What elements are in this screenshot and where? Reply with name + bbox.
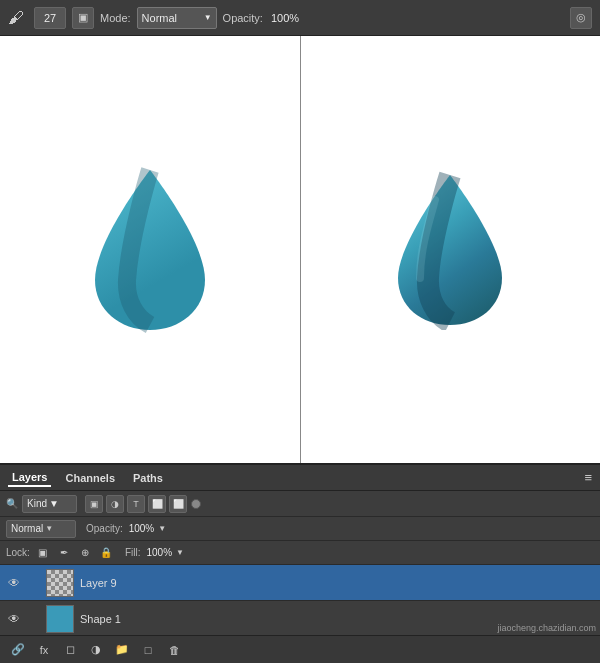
add-mask-button[interactable]: ◻ (60, 640, 80, 660)
brush-icon: 🖌 (8, 9, 24, 27)
shape1-thumbnail (46, 605, 74, 633)
filter-toggle-circle[interactable] (191, 499, 201, 509)
new-group-button[interactable]: 📁 (112, 640, 132, 660)
mode-dropdown-arrow: ▼ (204, 13, 212, 22)
lock-brush-button[interactable]: ✒ (55, 544, 73, 562)
tab-channels[interactable]: Channels (61, 470, 119, 486)
layer-effects-button[interactable]: fx (34, 640, 54, 660)
filter-dropdown-arrow: ▼ (49, 498, 59, 509)
blend-opacity-label: Opacity: (86, 523, 123, 534)
panel-bottom-toolbar: 🔗 fx ◻ ◑ 📁 □ 🗑 (0, 635, 600, 663)
filter-pixel-button[interactable]: ▣ (85, 495, 103, 513)
lock-all-button[interactable]: 🔒 (97, 544, 115, 562)
layers-panel: Layers Channels Paths ≡ 🔍 Kind ▼ ▣ ◑ T ⬜… (0, 463, 600, 663)
canvas-area (0, 36, 600, 463)
shape1-eye-button[interactable]: 👁 (6, 611, 22, 627)
fill-value: 100% (146, 547, 172, 558)
canvas-right (301, 36, 601, 463)
lock-move-button[interactable]: ⊕ (76, 544, 94, 562)
layer-row-layer9[interactable]: 👁 Layer 9 (0, 565, 600, 601)
layer9-name: Layer 9 (80, 577, 594, 589)
filter-type-button[interactable]: T (127, 495, 145, 513)
tab-layers[interactable]: Layers (8, 469, 51, 487)
opacity-value: 100% (271, 12, 299, 24)
blend-opacity-arrow: ▼ (158, 524, 166, 533)
filter-kind-dropdown[interactable]: Kind ▼ (22, 495, 77, 513)
brush-preset-button[interactable]: ▣ (72, 7, 94, 29)
fill-label: Fill: (125, 547, 141, 558)
brush-size-display[interactable]: 27 (34, 7, 66, 29)
fill-arrow: ▼ (176, 548, 184, 557)
layer9-eye-button[interactable]: 👁 (6, 575, 22, 591)
panel-tabs: Layers Channels Paths ≡ (0, 465, 600, 491)
filter-label: 🔍 (6, 498, 18, 509)
mode-dropdown[interactable]: Normal ▼ (137, 7, 217, 29)
filter-shape-button[interactable]: ⬜ (148, 495, 166, 513)
link-layers-button[interactable]: 🔗 (8, 640, 28, 660)
new-adjustment-button[interactable]: ◑ (86, 640, 106, 660)
mode-label: Mode: (100, 12, 131, 24)
panel-menu-icon[interactable]: ≡ (584, 470, 592, 485)
layer-row-shape1[interactable]: 👁 Shape 1 (0, 601, 600, 637)
filter-adjust-button[interactable]: ◑ (106, 495, 124, 513)
filter-smart-button[interactable]: ⬜ (169, 495, 187, 513)
canvas-left (0, 36, 301, 463)
blend-mode-dropdown[interactable]: Normal ▼ (6, 520, 76, 538)
new-layer-button[interactable]: □ (138, 640, 158, 660)
opacity-label: Opacity: (223, 12, 263, 24)
blend-row: Normal ▼ Opacity: 100% ▼ (0, 517, 600, 541)
layer9-thumbnail (46, 569, 74, 597)
waterdrop-left (85, 165, 215, 335)
lock-row: Lock: ▣ ✒ ⊕ 🔒 Fill: 100% ▼ (0, 541, 600, 565)
lock-label: Lock: (6, 547, 30, 558)
main-toolbar: 🖌 27 ▣ Mode: Normal ▼ Opacity: 100% ◎ (0, 0, 600, 36)
lock-checkerboard-button[interactable]: ▣ (34, 544, 52, 562)
blend-dropdown-arrow: ▼ (45, 524, 53, 533)
tab-paths[interactable]: Paths (129, 470, 167, 486)
filter-row: 🔍 Kind ▼ ▣ ◑ T ⬜ ⬜ (0, 491, 600, 517)
lock-icons: ▣ ✒ ⊕ 🔒 (34, 544, 115, 562)
blend-opacity-value: 100% (129, 523, 155, 534)
canvas-divider (300, 36, 301, 463)
waterdrop-right (390, 170, 510, 330)
airbrush-icon[interactable]: ◎ (570, 7, 592, 29)
delete-layer-button[interactable]: 🗑 (164, 640, 184, 660)
shape1-name: Shape 1 (80, 613, 594, 625)
filter-icons: ▣ ◑ T ⬜ ⬜ (85, 495, 187, 513)
